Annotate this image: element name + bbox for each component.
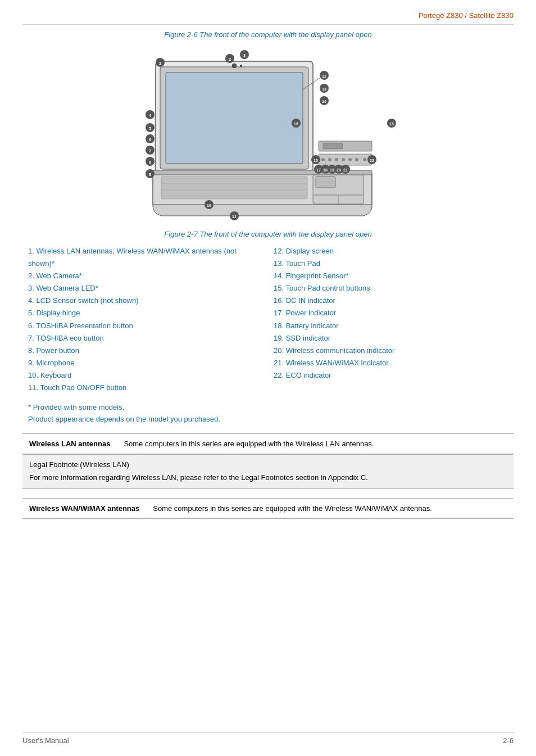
note-line1: * Provided with some models.	[28, 402, 508, 414]
table-row: Wireless LAN antennas Some computers in …	[22, 433, 514, 454]
table-row: Wireless WAN/WiMAX antennas Some compute…	[22, 499, 514, 519]
figure-caption-1: Figure 2-6 The front of the computer wit…	[22, 30, 514, 39]
component-item: 13. Touch Pad	[274, 257, 508, 270]
svg-rect-2	[166, 73, 303, 164]
svg-text:11: 11	[232, 215, 237, 219]
svg-text:7: 7	[149, 148, 152, 153]
component-item: 5. Display hinge	[28, 307, 262, 319]
svg-point-21	[355, 158, 358, 161]
component-item: 9. Microphone	[28, 357, 262, 369]
component-item: 6. TOSHIBA Presentation button	[28, 320, 262, 332]
component-item: 4. LCD Sensor switch (not shown)	[28, 295, 262, 307]
svg-text:17: 17	[316, 168, 321, 172]
svg-point-18	[335, 158, 338, 161]
svg-text:14: 14	[322, 99, 326, 103]
component-item: 12. Display screen	[274, 245, 508, 257]
svg-point-22	[363, 158, 366, 161]
svg-text:3: 3	[243, 53, 246, 58]
svg-text:1: 1	[159, 61, 162, 66]
svg-rect-24	[323, 143, 343, 149]
wireless-lan-table: Wireless LAN antennas Some computers in …	[22, 433, 514, 454]
svg-text:5: 5	[149, 126, 152, 131]
description-cell: Some computers in this series are equipp…	[117, 433, 514, 454]
component-item: 17. Power indicator	[274, 307, 508, 319]
svg-point-20	[348, 158, 352, 161]
component-item: 7. TOSHIBA eco button	[28, 332, 262, 345]
svg-text:15: 15	[389, 122, 394, 126]
note-line2: Product appearance depends on the model …	[28, 414, 508, 425]
footnote-box: Legal Footnote (Wireless LAN) For more i…	[22, 454, 514, 490]
svg-text:4: 4	[149, 113, 152, 118]
svg-text:22: 22	[370, 159, 374, 162]
svg-rect-13	[316, 176, 335, 188]
svg-text:19: 19	[330, 168, 334, 172]
component-item: 18. Battery indicator	[274, 320, 508, 332]
svg-text:13: 13	[322, 87, 326, 91]
svg-text:15: 15	[294, 122, 298, 126]
diagram-svg: 1 2 3 4 5 6 7	[122, 44, 414, 224]
svg-point-16	[321, 158, 325, 161]
figure-caption-2: Figure 2-7 The front of the computer wit…	[22, 230, 514, 238]
svg-point-3	[232, 64, 237, 68]
component-item: 19. SSD indicator	[274, 332, 508, 345]
footer-right: 2-6	[503, 736, 514, 745]
svg-text:2: 2	[229, 57, 231, 62]
svg-text:10: 10	[207, 203, 211, 207]
svg-point-19	[342, 158, 345, 161]
component-item: 21. Wireless WAN/WiMAX indicator	[274, 357, 508, 369]
component-item: 3. Web Camera LED*	[28, 282, 262, 295]
svg-text:6: 6	[149, 137, 152, 142]
page-wrapper: Portégé Z830 / Satellite Z830 Figure 2-6…	[0, 0, 536, 756]
footnote-text: For more information regarding Wireless …	[29, 472, 507, 483]
component-item: 10. Keyboard	[28, 369, 262, 382]
footer-left: User's Manual	[22, 736, 69, 745]
page-footer: User's Manual 2-6	[22, 732, 514, 745]
term-cell: Wireless WAN/WiMAX antennas	[22, 499, 146, 519]
svg-point-4	[240, 65, 242, 67]
laptop-svg: 1 2 3 4 5 6 7	[122, 44, 414, 224]
svg-text:12: 12	[322, 74, 326, 78]
svg-text:21: 21	[343, 168, 348, 172]
svg-text:16: 16	[314, 159, 318, 162]
components-right: 12. Display screen 13. Touch Pad 14. Fin…	[274, 245, 508, 394]
component-item: 16. DC IN indicator	[274, 295, 508, 307]
component-item: 11. Touch Pad ON/OFF button	[28, 382, 262, 394]
component-item: 1. Wireless LAN antennas, Wireless WAN/W…	[28, 245, 262, 270]
footnote-title: Legal Footnote (Wireless LAN)	[29, 460, 507, 469]
svg-text:18: 18	[323, 168, 328, 172]
term-cell: Wireless LAN antennas	[22, 433, 117, 454]
component-item: 8. Power button	[28, 345, 262, 357]
diagram-container: 1 2 3 4 5 6 7	[22, 44, 514, 224]
page-header: Portégé Z830 / Satellite Z830	[22, 11, 514, 25]
svg-text:9: 9	[149, 172, 152, 177]
svg-text:20: 20	[337, 168, 341, 172]
svg-text:8: 8	[149, 160, 152, 165]
notes-section: * Provided with some models. Product app…	[22, 402, 514, 425]
component-list: 1. Wireless LAN antennas, Wireless WAN/W…	[22, 245, 514, 394]
description-cell: Some computers in this series are equipp…	[146, 499, 514, 519]
component-item: 14. Fingerprint Sensor*	[274, 270, 508, 282]
components-left: 1. Wireless LAN antennas, Wireless WAN/W…	[28, 245, 262, 394]
component-item: 2. Web Camera*	[28, 270, 262, 282]
header-title: Portégé Z830 / Satellite Z830	[419, 11, 514, 20]
svg-point-17	[328, 158, 331, 161]
svg-rect-6	[161, 176, 307, 199]
component-item: 15. Touch Pad control buttons	[274, 282, 508, 295]
component-item: 20. Wireless communication indicator	[274, 345, 508, 357]
component-item: 22. ECO indicator	[274, 369, 508, 382]
wireless-wan-table: Wireless WAN/WiMAX antennas Some compute…	[22, 498, 514, 519]
